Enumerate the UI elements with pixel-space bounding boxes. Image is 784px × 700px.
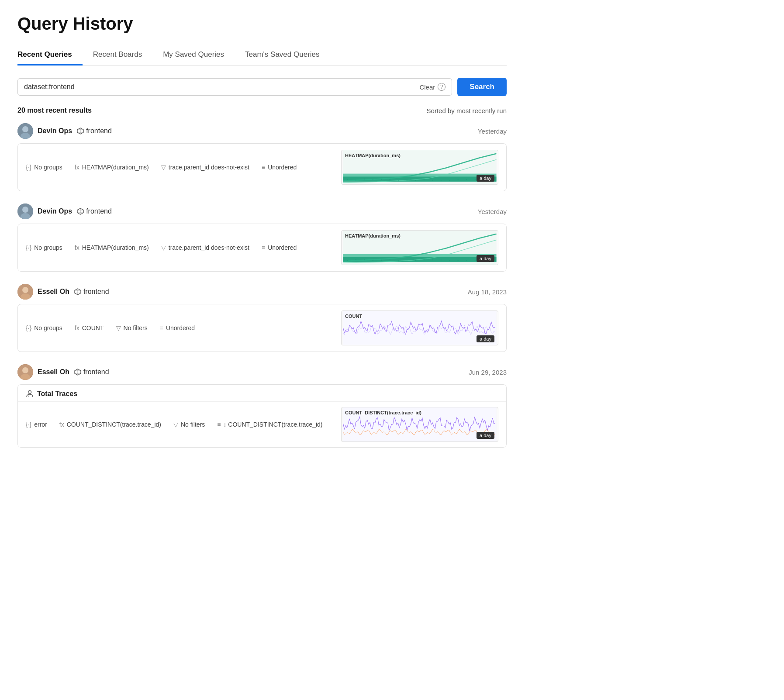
function-meta: fxCOUNT [75,324,116,331]
chart-day-badge: a day [477,335,494,342]
search-bar: Clear ? Search [17,78,507,96]
filter-meta: ▽trace.parent_id does-not-exist [161,164,262,171]
query-card[interactable]: {·}No groupsfxHEATMAP(duration_ms)▽trace… [17,143,507,191]
svg-point-29 [22,207,28,213]
dataset-badge: frontend [74,368,109,376]
query-timestamp: Jun 29, 2023 [469,369,507,376]
user-name: Devin Ops [38,207,72,215]
sort-meta: ≡↓ COUNT_DISTINCT(trace.trace_id) [217,421,335,428]
chart-area: HEATMAP(duration_ms)a day [341,150,498,185]
avatar [17,203,33,219]
svg-line-72 [28,395,29,397]
chart-day-badge: a day [477,175,494,182]
function-meta-icon: fx [59,421,64,428]
svg-point-49 [441,259,442,260]
svg-point-40 [364,259,365,260]
named-query-title: Total Traces [18,385,506,402]
filter-meta: ▽No filters [173,421,217,428]
svg-point-14 [381,179,382,180]
named-query-body: {·}errorfxCOUNT_DISTINCT(trace.trace_id)… [18,402,506,447]
svg-point-42 [381,260,382,261]
query-meta: {·}No groupsfxHEATMAP(duration_ms)▽trace… [26,164,341,171]
query-card[interactable]: {·}No groupsfxCOUNT▽No filters≡Unordered… [17,304,507,352]
query-header: Essell Oh frontendJun 29, 2023 [17,364,507,380]
filter-meta-value: trace.parent_id does-not-exist [169,164,249,171]
function-meta-value: COUNT_DISTINCT(trace.trace_id) [67,421,161,428]
dataset-name: frontend [86,127,112,135]
groups-meta-value: error [34,421,47,428]
sort-meta-value: Unordered [268,164,297,171]
chart-day-badge: a day [477,432,494,439]
sort-meta-value: ↓ COUNT_DISTINCT(trace.trace_id) [223,421,322,428]
user-name: Essell Oh [38,368,69,376]
filter-meta-value: No filters [124,324,148,331]
named-query-name: Total Traces [37,390,77,398]
sort-meta: ≡Unordered [262,244,309,251]
search-input[interactable] [24,83,419,91]
svg-point-25 [475,179,476,180]
sort-meta-icon: ≡ [160,324,163,331]
query-header: Devin Ops frontendYesterday [17,123,507,139]
svg-point-50 [449,260,450,261]
svg-point-45 [407,259,408,260]
query-user: Essell Oh frontend [17,364,109,380]
svg-point-12 [364,179,365,179]
help-icon: ? [438,83,446,91]
groups-meta-value: No groups [34,324,62,331]
groups-meta-icon: {·} [26,244,31,251]
sort-meta-icon: ≡ [217,421,221,428]
tabs-nav: Recent Queries Recent Boards My Saved Qu… [17,46,507,66]
avatar [17,364,33,380]
query-timestamp: Aug 18, 2023 [468,288,507,296]
search-button[interactable]: Search [457,78,507,96]
svg-point-23 [458,179,459,180]
chart-area: COUNTa day [341,310,498,345]
chart-label: HEATMAP(duration_ms) [345,153,401,158]
chart-area: HEATMAP(duration_ms)a day [341,230,498,265]
svg-point-38 [347,260,348,261]
chart-area: COUNT_DISTINCT(trace.trace_id)a day [341,407,498,442]
query-group: Essell Oh frontendAug 18, 2023{·}No grou… [17,284,507,352]
dataset-name: frontend [86,207,112,215]
svg-point-71 [28,391,31,394]
filter-meta-value: trace.parent_id does-not-exist [169,244,249,251]
svg-point-10 [347,179,348,180]
query-card-named[interactable]: Total Traces{·}errorfxCOUNT_DISTINCT(tra… [17,384,507,448]
query-group: Devin Ops frontendYesterday{·}No groupsf… [17,203,507,272]
page-title: Query History [17,14,507,34]
svg-point-18 [415,180,416,181]
tab-recent-boards[interactable]: Recent Boards [93,46,152,66]
avatar [17,284,33,300]
clear-button[interactable]: Clear ? [419,83,446,91]
groups-meta: {·}No groups [26,244,75,251]
query-timestamp: Yesterday [478,128,507,135]
svg-point-19 [424,179,425,179]
svg-point-22 [449,180,450,181]
groups-meta-icon: {·} [26,324,31,331]
query-meta: {·}errorfxCOUNT_DISTINCT(trace.trace_id)… [26,421,341,428]
sort-meta: ≡Unordered [262,164,309,171]
svg-point-39 [356,259,356,260]
tab-teams-saved-queries[interactable]: Team's Saved Queries [245,46,330,66]
svg-point-65 [22,367,28,373]
filter-meta-value: No filters [181,421,205,428]
query-user: Devin Ops frontend [17,203,112,219]
chart-label: COUNT [345,314,362,319]
query-user: Essell Oh frontend [17,284,109,300]
tab-recent-queries[interactable]: Recent Queries [17,46,83,66]
query-card[interactable]: {·}No groupsfxHEATMAP(duration_ms)▽trace… [17,224,507,272]
user-name: Essell Oh [38,288,69,296]
tab-my-saved-queries[interactable]: My Saved Queries [163,46,235,66]
groups-meta: {·}error [26,421,59,428]
svg-point-13 [373,179,373,180]
chart-day-badge: a day [477,255,494,262]
query-group: Essell Oh frontendJun 29, 2023 Total Tra… [17,364,507,448]
query-header: Devin Ops frontendYesterday [17,203,507,219]
svg-point-1 [22,126,28,132]
dataset-badge: frontend [74,288,109,296]
svg-point-47 [424,259,425,260]
filter-meta: ▽No filters [116,324,160,331]
filter-meta: ▽trace.parent_id does-not-exist [161,244,262,251]
groups-meta: {·}No groups [26,324,75,331]
svg-point-52 [466,260,467,261]
